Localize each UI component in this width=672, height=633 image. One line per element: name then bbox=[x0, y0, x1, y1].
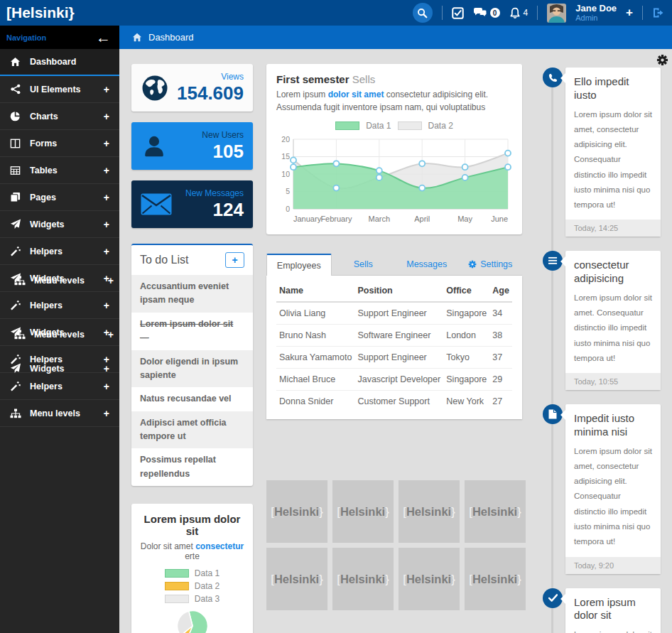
search-button[interactable] bbox=[413, 3, 433, 23]
tab-messages[interactable]: Messages bbox=[395, 254, 459, 276]
pie-icon bbox=[10, 111, 22, 121]
user-name: Jane Doe bbox=[575, 4, 617, 13]
table-row[interactable]: Sakura YamamotoSupport EngineerTokyo37 bbox=[276, 347, 512, 369]
sidebar-item-label: Widgets bbox=[30, 274, 65, 283]
timeline-card[interactable]: consectetur adipisicing Lorem ipsum dolo… bbox=[565, 251, 661, 390]
placeholder-image[interactable]: [Helsinki} bbox=[332, 480, 394, 543]
sidebar-item-charts[interactable]: Charts+ bbox=[0, 103, 119, 130]
legend-swatch bbox=[398, 121, 422, 130]
table-header[interactable]: Age bbox=[489, 278, 512, 302]
timeline-body: Lorem ipsum dolor sit amet, consectetur … bbox=[565, 442, 661, 557]
new-users-stat-card: New Users 105 bbox=[131, 122, 253, 170]
sidebar-item-label: Helpers bbox=[30, 382, 63, 391]
placeholder-image[interactable]: [Helsinki} bbox=[399, 548, 460, 610]
placeholder-image[interactable]: [Helsinki} bbox=[266, 480, 327, 543]
svg-text:March: March bbox=[369, 215, 391, 223]
sidebar-item-label: UI Elements bbox=[30, 85, 81, 94]
sidebar-item-widgets[interactable]: Widgets+Menu levels+ bbox=[0, 319, 119, 346]
placeholder-image[interactable]: [Helsinki} bbox=[465, 548, 526, 610]
area-chart: 20151050JanuaryFebruaryMarchAprilMayJune bbox=[276, 134, 512, 229]
todo-add-button[interactable]: + bbox=[225, 252, 244, 268]
list-icon bbox=[543, 251, 563, 271]
table-cell: Javascript Developer bbox=[354, 369, 443, 391]
table-cell: Olivia Liang bbox=[276, 302, 354, 325]
todo-item[interactable]: Lorem ipsum dolor sit — bbox=[131, 313, 253, 350]
table-row[interactable]: Donna SniderCustomer SupportNew York27 bbox=[276, 391, 512, 413]
sidebar-item-helpers[interactable]: Helpers+Widgets+ bbox=[0, 346, 119, 373]
consectetur-link[interactable]: consectetur bbox=[195, 541, 244, 551]
logout-button[interactable] bbox=[652, 7, 665, 18]
todo-item[interactable]: Dolor eligendi in ipsum sapiente bbox=[131, 350, 253, 388]
svg-text:April: April bbox=[414, 215, 430, 223]
timeline-card[interactable]: Lorem ipsum dolor sit Lorem ipsum dolor … bbox=[565, 588, 661, 633]
table-cell: Bruno Nash bbox=[276, 325, 354, 347]
timeline-card[interactable]: Impedit iusto minima nisi Lorem ipsum do… bbox=[565, 404, 661, 573]
notifications-count: 4 bbox=[524, 8, 529, 18]
breadcrumb-label: Dashboard bbox=[148, 32, 194, 43]
tab-employees[interactable]: Employees bbox=[266, 254, 332, 276]
pages-icon bbox=[10, 192, 22, 202]
views-stat-card: Views 154.609 bbox=[131, 64, 253, 112]
user-menu[interactable]: Jane Doe Admin bbox=[575, 4, 617, 22]
sidebar-item-menu-levels[interactable]: Menu levels+ bbox=[0, 400, 119, 427]
table-row[interactable]: Bruno NashSoftware EngineerLondon38 bbox=[276, 325, 512, 347]
sidebar-item-label: Helpers bbox=[30, 355, 63, 364]
legend-label: Data 2 bbox=[195, 581, 220, 591]
tab-sells[interactable]: Sells bbox=[332, 254, 396, 276]
tab-settings[interactable]: Settings bbox=[459, 254, 523, 276]
file-icon bbox=[543, 404, 563, 424]
sidebar-item-helpers[interactable]: Helpers+ bbox=[0, 373, 119, 400]
sidebar: DashboardUI Elements+Charts+Forms+Tables… bbox=[0, 49, 119, 633]
sidebar-item-helpers[interactable]: Helpers+ bbox=[0, 292, 119, 319]
table-row[interactable]: Olivia LiangSupport EngineerSingapore34 bbox=[276, 302, 512, 325]
placeholder-image[interactable]: [Helsinki} bbox=[266, 548, 327, 610]
image-gallery: [Helsinki}[Helsinki}[Helsinki}[Helsinki}… bbox=[266, 480, 522, 610]
placeholder-image[interactable]: [Helsinki} bbox=[332, 548, 394, 610]
table-cell: Singapore bbox=[443, 302, 489, 325]
sidebar-item-dashboard[interactable]: Dashboard bbox=[0, 49, 119, 76]
table-cell: 38 bbox=[489, 325, 512, 347]
expand-plus-icon: + bbox=[104, 219, 109, 230]
sidebar-item-tables[interactable]: Tables+ bbox=[0, 157, 119, 184]
avatar[interactable] bbox=[547, 4, 566, 23]
placeholder-image[interactable]: [Helsinki} bbox=[399, 480, 460, 543]
pie-card: Lorem ipsum dolor sit Dolor sit amet con… bbox=[131, 504, 253, 633]
sidebar-item-label: Widgets bbox=[30, 328, 65, 337]
table-header[interactable]: Office bbox=[443, 278, 489, 302]
employees-table: NamePositionOfficeAgeOlivia LiangSupport… bbox=[276, 278, 512, 412]
sidebar-item-ui-elements[interactable]: UI Elements+ bbox=[0, 76, 119, 103]
tasks-button[interactable] bbox=[452, 7, 464, 19]
gear-icon bbox=[656, 54, 668, 66]
svg-text:20: 20 bbox=[281, 135, 290, 144]
pie-card-desc: Dolor sit amet consectetur erte bbox=[139, 541, 246, 561]
sidebar-collapse-button[interactable]: ← bbox=[87, 26, 119, 49]
sidebar-item-widgets[interactable]: Widgets+ bbox=[0, 211, 119, 238]
messages-button[interactable]: 0 bbox=[473, 7, 500, 18]
sells-chart-card: First semester Sells Lorem ipsum dolor s… bbox=[266, 64, 522, 234]
sidebar-item-widgets[interactable]: Widgets+Menu levels+ bbox=[0, 265, 119, 292]
notifications-button[interactable]: 4 bbox=[509, 7, 529, 19]
table-cell: Tokyo bbox=[443, 347, 489, 369]
sidebar-item-helpers[interactable]: Helpers+ bbox=[0, 238, 119, 265]
table-row[interactable]: Michael BruceJavascript DeveloperSingapo… bbox=[276, 369, 512, 391]
table-cell: 27 bbox=[489, 391, 512, 413]
pie-chart bbox=[139, 610, 246, 633]
svg-text:15: 15 bbox=[281, 152, 290, 161]
panel-settings-button[interactable] bbox=[656, 54, 668, 66]
sidebar-item-pages[interactable]: Pages+ bbox=[0, 184, 119, 211]
timeline-card[interactable]: Ello impedit iusto Lorem ipsum dolor sit… bbox=[565, 67, 661, 237]
table-header[interactable]: Name bbox=[276, 278, 354, 302]
sidebar-item-forms[interactable]: Forms+ bbox=[0, 130, 119, 157]
todo-item[interactable]: Accusantium eveniet ipsam neque bbox=[131, 275, 253, 313]
dolor-sit-amet-link[interactable]: dolor sit amet bbox=[328, 90, 384, 99]
todo-item[interactable]: Adipisci amet officia tempore ut bbox=[131, 411, 253, 449]
placeholder-image[interactable]: [Helsinki} bbox=[465, 480, 526, 543]
table-header[interactable]: Position bbox=[354, 278, 443, 302]
todo-item[interactable]: Natus recusandae vel bbox=[131, 387, 253, 411]
stat-label: New Users bbox=[202, 130, 244, 140]
sidebar-item-label: Pages bbox=[30, 193, 56, 202]
todo-item[interactable]: Possimus repellat repellendus bbox=[131, 448, 253, 486]
bell-icon bbox=[509, 7, 521, 19]
expand-plus-icon: + bbox=[104, 138, 109, 149]
add-button[interactable]: + bbox=[626, 6, 633, 20]
